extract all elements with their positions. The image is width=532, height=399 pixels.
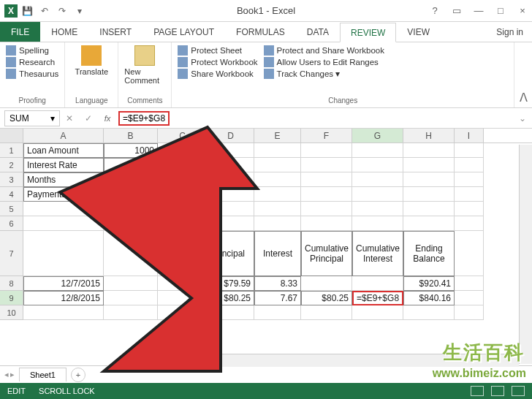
qat-customize-icon[interactable]: ▾	[72, 3, 88, 19]
help-icon[interactable]: ?	[425, 3, 444, 19]
cell-B3[interactable]	[104, 172, 158, 187]
cell-A6[interactable]	[23, 216, 104, 231]
cell-E5[interactable]	[254, 202, 301, 216]
row-header[interactable]: 9	[0, 291, 23, 305]
select-all-corner[interactable]	[0, 129, 23, 142]
cell-B2[interactable]: 10%	[104, 158, 158, 172]
cell-H5[interactable]	[403, 202, 455, 216]
collapse-ribbon-icon[interactable]: ᐱ	[514, 42, 532, 107]
sheet-tab[interactable]: Sheet1	[19, 368, 66, 381]
cell-H7[interactable]: Ending Balance	[403, 231, 455, 276]
cell-G9[interactable]: =$E9+$G8	[352, 291, 403, 305]
cell-G1[interactable]	[352, 143, 403, 158]
cell-D9[interactable]: $80.25	[208, 291, 254, 305]
translate-button[interactable]: Translate	[71, 45, 112, 76]
cell-I2[interactable]	[455, 158, 484, 172]
cell-G5[interactable]	[352, 202, 403, 216]
row-header[interactable]: 8	[0, 276, 23, 291]
redo-icon[interactable]: ↷	[54, 3, 70, 19]
cell-A10[interactable]	[23, 305, 104, 320]
tab-insert[interactable]: INSERT	[88, 22, 142, 42]
cell-H4[interactable]	[403, 187, 455, 202]
cell-I8[interactable]	[455, 276, 484, 291]
tab-home[interactable]: HOME	[40, 22, 88, 42]
col-header-F[interactable]: F	[301, 129, 352, 142]
cell-B7[interactable]	[104, 231, 158, 276]
cell-B4[interactable]	[104, 187, 158, 202]
cell-C3[interactable]	[158, 172, 208, 187]
cell-I4[interactable]	[455, 187, 484, 202]
cell-C9[interactable]	[158, 291, 208, 305]
cell-B1[interactable]: 1000	[104, 143, 158, 158]
cell-F3[interactable]	[301, 172, 352, 187]
protect-workbook-button[interactable]: Protect Workbook	[178, 57, 257, 67]
col-header-D[interactable]: D	[208, 129, 254, 142]
tab-review[interactable]: REVIEW	[340, 23, 396, 42]
cell-E6[interactable]	[254, 216, 301, 231]
cell-G3[interactable]	[352, 172, 403, 187]
tab-formulas[interactable]: FORMULAS	[225, 22, 296, 42]
new-comment-button[interactable]: New Comment	[124, 45, 165, 85]
cell-B5[interactable]	[104, 202, 158, 216]
col-header-I[interactable]: I	[455, 129, 484, 142]
cell-F7[interactable]: Cumulative Principal	[301, 231, 352, 276]
row-header[interactable]: 3	[0, 172, 23, 187]
cell-B9[interactable]	[104, 291, 158, 305]
cell-G4[interactable]	[352, 187, 403, 202]
cell-H2[interactable]	[403, 158, 455, 172]
cell-H9[interactable]: $840.16	[403, 291, 455, 305]
row-header[interactable]: 5	[0, 202, 23, 216]
cell-D6[interactable]	[208, 216, 254, 231]
cell-H10[interactable]	[403, 305, 455, 320]
cell-H6[interactable]	[403, 216, 455, 231]
cell-A9[interactable]: 12/8/2015	[23, 291, 104, 305]
cell-I5[interactable]	[455, 202, 484, 216]
tab-page-layout[interactable]: PAGE LAYOUT	[142, 22, 225, 42]
cell-A7[interactable]	[23, 231, 104, 276]
col-header-C[interactable]: C	[158, 129, 208, 142]
cell-I10[interactable]	[455, 305, 484, 320]
cell-C8[interactable]	[158, 276, 208, 291]
name-box[interactable]: SUM▾	[4, 110, 60, 126]
cell-A5[interactable]	[23, 202, 104, 216]
cell-F9[interactable]: $80.25	[301, 291, 352, 305]
cell-A2[interactable]: Interest Rate	[23, 158, 104, 172]
cell-F1[interactable]	[301, 143, 352, 158]
expand-formula-icon[interactable]: ⌄	[519, 113, 532, 123]
close-icon[interactable]: ×	[513, 3, 532, 19]
formula-input[interactable]: =$E9+$G8	[118, 111, 170, 126]
cell-A1[interactable]: Loan Amount	[23, 143, 104, 158]
col-header-A[interactable]: A	[23, 129, 104, 142]
tab-file[interactable]: FILE	[0, 22, 40, 42]
undo-icon[interactable]: ↶	[37, 3, 53, 19]
cell-A3[interactable]: Months	[23, 172, 104, 187]
col-header-H[interactable]: H	[403, 129, 455, 142]
row-header[interactable]: 6	[0, 216, 23, 231]
cell-D5[interactable]	[208, 202, 254, 216]
cell-G6[interactable]	[352, 216, 403, 231]
sign-in-link[interactable]: Sign in	[487, 23, 532, 42]
cell-D4[interactable]	[208, 187, 254, 202]
cell-F5[interactable]	[301, 202, 352, 216]
chevron-down-icon[interactable]: ▾	[50, 113, 55, 123]
cell-E1[interactable]	[254, 143, 301, 158]
new-sheet-button[interactable]: +	[71, 368, 86, 382]
cell-B10[interactable]	[104, 305, 158, 320]
cell-F8[interactable]	[301, 276, 352, 291]
research-button[interactable]: Research	[6, 57, 58, 67]
cell-D3[interactable]	[208, 172, 254, 187]
cell-G8[interactable]	[352, 276, 403, 291]
fx-icon[interactable]: fx	[98, 110, 117, 126]
cell-H8[interactable]: $920.41	[403, 276, 455, 291]
row-header[interactable]: 10	[0, 305, 23, 320]
cell-I9[interactable]	[455, 291, 484, 305]
cell-I1[interactable]	[455, 143, 484, 158]
tab-data[interactable]: DATA	[296, 22, 340, 42]
cell-D2[interactable]	[208, 158, 254, 172]
cell-A4[interactable]: Payments	[23, 187, 104, 202]
cell-G7[interactable]: Cumulative Interest	[352, 231, 403, 276]
maximize-icon[interactable]: □	[491, 3, 510, 19]
cell-E2[interactable]	[254, 158, 301, 172]
track-changes-button[interactable]: Track Changes ▾	[264, 69, 384, 79]
cell-C6[interactable]	[158, 216, 208, 231]
